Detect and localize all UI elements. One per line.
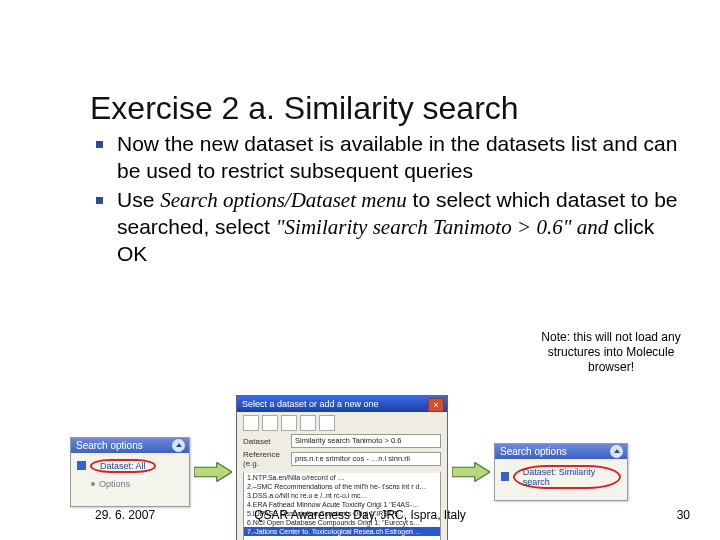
dataset-label: Dataset: Similarity search bbox=[513, 465, 621, 489]
arrow-right-icon bbox=[194, 462, 232, 482]
bullet-marker-icon bbox=[96, 141, 103, 148]
search-options-panel-before: Search options Dataset: All Options bbox=[70, 437, 190, 507]
svg-marker-1 bbox=[452, 462, 490, 481]
dataset-select[interactable]: Similarity search Tanimoto > 0.6 bbox=[291, 434, 441, 448]
dataset-listbox[interactable]: 1.NTP.Sa.en/Nlla o/record of … 2.–SMC Re… bbox=[243, 471, 441, 540]
bullet-marker-icon bbox=[96, 197, 103, 204]
dialog-toolbar bbox=[243, 415, 441, 431]
dataset-icon bbox=[77, 461, 86, 470]
dataset-row[interactable]: Dataset: Similarity search bbox=[501, 465, 621, 489]
panel-header: Search options bbox=[71, 438, 189, 453]
bullet-item: Use Search options/Dataset menu to selec… bbox=[90, 187, 680, 268]
toolbar-button[interactable] bbox=[300, 415, 316, 431]
list-item[interactable]: 7.-Jations Center to. Toxicological Rese… bbox=[244, 527, 440, 536]
arrow-right-icon bbox=[452, 462, 490, 482]
list-item[interactable]: 1.NTP.Sa.en/Nlla o/record of … bbox=[244, 473, 440, 482]
slide-title: Exercise 2 a. Similarity search bbox=[90, 90, 680, 127]
toolbar-button[interactable] bbox=[281, 415, 297, 431]
toolbar-button[interactable] bbox=[243, 415, 259, 431]
slide-footer: 29. 6. 2007 QSAR Awareness Day, JRC, Isp… bbox=[0, 508, 720, 522]
bullet-item: Now the new dataset is available in the … bbox=[90, 131, 680, 185]
panel-header: Search options bbox=[495, 444, 627, 459]
toolbar-button[interactable] bbox=[319, 415, 335, 431]
bullet-list: Now the new dataset is available in the … bbox=[90, 131, 680, 267]
note-text: Note: this will not load any structures … bbox=[536, 330, 686, 375]
close-icon[interactable]: × bbox=[428, 398, 444, 412]
dataset-row[interactable]: Dataset: All bbox=[77, 459, 183, 473]
dataset-field-label: Dataset bbox=[243, 437, 291, 446]
page-number: 30 bbox=[677, 508, 690, 522]
list-item[interactable]: 3.DSS.a.o/Nll nc re.o e /..nt rc-o.i mc… bbox=[244, 491, 440, 500]
toolbar-button[interactable] bbox=[262, 415, 278, 431]
reference-input[interactable]: pns.n.r.e srimitor cos - …n.i sinn.rii bbox=[291, 452, 441, 466]
dataset-label: Dataset: All bbox=[90, 459, 156, 473]
list-item[interactable]: 2.–SMC Recommendations of the mil'h he- … bbox=[244, 482, 440, 491]
collapse-icon[interactable] bbox=[172, 439, 185, 452]
reference-field-label: Reference (e.g. bbox=[243, 450, 291, 468]
options-row[interactable]: Options bbox=[91, 479, 183, 489]
footer-center: QSAR Awareness Day, JRC, Ispra, Italy bbox=[0, 508, 720, 522]
bullet-text: Use Search options/Dataset menu to selec… bbox=[117, 187, 680, 268]
search-options-panel-after: Search options Dataset: Similarity searc… bbox=[494, 443, 628, 501]
dataset-icon bbox=[501, 472, 509, 481]
dialog-titlebar: Select a dataset or add a new one × bbox=[237, 396, 447, 412]
bullet-text: Now the new dataset is available in the … bbox=[117, 131, 680, 185]
svg-marker-0 bbox=[194, 462, 232, 481]
collapse-icon[interactable] bbox=[610, 445, 623, 458]
